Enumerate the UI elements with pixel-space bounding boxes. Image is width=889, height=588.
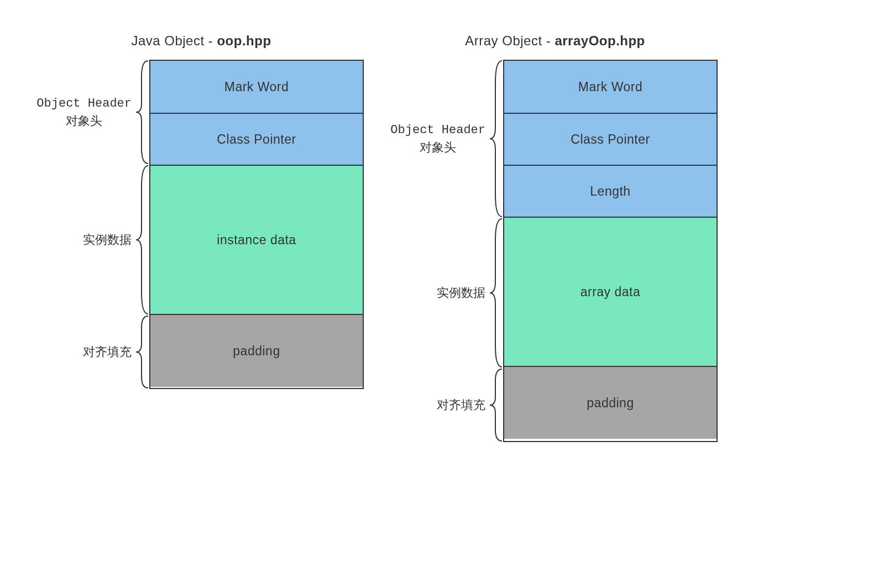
label-array-data: 实例数据 xyxy=(393,218,503,368)
java-object-diagram: Java Object - oop.hpp Object Header 对象头 … xyxy=(39,33,364,389)
block-padding: padding xyxy=(150,314,363,387)
brace-icon xyxy=(489,368,503,442)
block-array-data: array data xyxy=(504,217,717,366)
label-object-header: Object Header 对象头 xyxy=(393,60,503,218)
block-text: padding xyxy=(233,344,280,359)
label-object-header: Object Header 对象头 xyxy=(39,60,149,165)
array-object-diagram: Array Object - arrayOop.hpp Object Heade… xyxy=(393,33,718,442)
block-length: Length xyxy=(504,165,717,217)
java-object-body: Object Header 对象头 实例数据 xyxy=(39,60,364,389)
label-array-data-text: 实例数据 xyxy=(437,285,485,302)
block-mark-word: Mark Word xyxy=(150,61,363,113)
block-text: Class Pointer xyxy=(217,132,296,147)
label-instance-data-text: 实例数据 xyxy=(83,232,132,249)
label-cn: 对象头 xyxy=(66,114,102,128)
title-prefix: Java Object - xyxy=(131,33,217,48)
brace-icon xyxy=(135,315,149,389)
block-text: Mark Word xyxy=(224,80,289,95)
label-en: Object Header xyxy=(36,97,132,111)
label-cn: 实例数据 xyxy=(83,233,132,246)
brace-icon xyxy=(135,60,149,165)
block-text: instance data xyxy=(217,233,296,248)
label-padding: 对齐填充 xyxy=(393,368,503,442)
title-prefix: Array Object - xyxy=(465,33,555,48)
block-text: Length xyxy=(590,184,630,199)
label-cn: 对齐填充 xyxy=(83,345,132,359)
block-text: Mark Word xyxy=(578,80,643,95)
brace-icon xyxy=(135,165,149,315)
java-object-labels: Object Header 对象头 实例数据 xyxy=(39,60,149,389)
label-padding-text: 对齐填充 xyxy=(437,397,485,414)
label-object-header-text: Object Header 对象头 xyxy=(36,95,132,130)
label-cn: 实例数据 xyxy=(437,286,485,300)
brace-icon xyxy=(489,218,503,368)
array-object-title: Array Object - arrayOop.hpp xyxy=(465,33,645,49)
block-class-pointer: Class Pointer xyxy=(150,113,363,165)
block-class-pointer: Class Pointer xyxy=(504,113,717,165)
label-instance-data: 实例数据 xyxy=(39,165,149,315)
label-cn: 对象头 xyxy=(420,140,456,154)
array-object-labels: Object Header 对象头 实例数据 xyxy=(393,60,503,442)
brace-icon xyxy=(489,60,503,218)
block-instance-data: instance data xyxy=(150,165,363,314)
label-en: Object Header xyxy=(390,123,485,137)
array-object-blocks: Mark Word Class Pointer Length array dat… xyxy=(503,60,718,442)
label-padding: 对齐填充 xyxy=(39,315,149,389)
title-bold: arrayOop.hpp xyxy=(555,33,645,48)
block-padding: padding xyxy=(504,366,717,439)
label-object-header-text: Object Header 对象头 xyxy=(390,121,485,156)
java-object-title: Java Object - oop.hpp xyxy=(131,33,271,49)
label-padding-text: 对齐填充 xyxy=(83,344,132,361)
array-object-body: Object Header 对象头 实例数据 xyxy=(393,60,718,442)
title-bold: oop.hpp xyxy=(217,33,271,48)
label-cn: 对齐填充 xyxy=(437,398,485,412)
java-object-blocks: Mark Word Class Pointer instance data pa… xyxy=(149,60,364,389)
block-text: array data xyxy=(581,285,641,300)
block-mark-word: Mark Word xyxy=(504,61,717,113)
block-text: Class Pointer xyxy=(571,132,650,147)
block-text: padding xyxy=(587,396,634,411)
